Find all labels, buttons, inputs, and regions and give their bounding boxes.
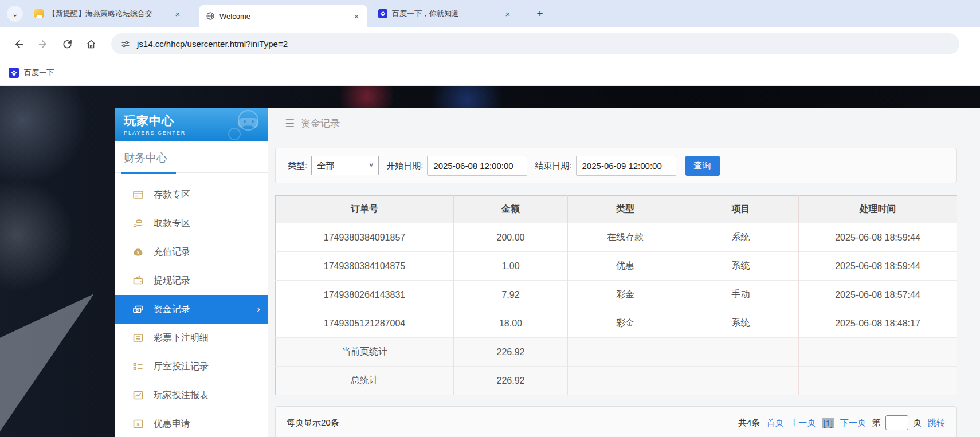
empty-cell [683, 338, 799, 367]
jump-prefix-text: 第 [872, 418, 881, 428]
site-settings-icon[interactable] [120, 39, 131, 49]
end-date-label: 结束日期: [535, 160, 571, 171]
sidebar-item-hall-bet-record[interactable]: 厅室投注记录 [115, 352, 268, 381]
hamburger-icon[interactable]: ☰ [285, 117, 295, 130]
sidebar-item-label: 存款专区 [154, 189, 190, 201]
sidebar-item-recharge-record[interactable]: ¥ 充值记录 [115, 238, 268, 266]
tab-separator [526, 8, 526, 19]
tab-forum[interactable]: 【新提醒】海燕策略论坛综合交 × [28, 0, 189, 27]
list-document-icon [132, 332, 144, 344]
background-triangle [0, 294, 94, 431]
cell-amount: 7.92 [454, 281, 568, 309]
header-amount: 金额 [454, 196, 568, 223]
cell-time: 2025-06-08 18:57:44 [799, 281, 957, 309]
table-row: 1749380264143831 7.92 彩金 手动 2025-06-08 1… [276, 281, 957, 309]
chevron-right-icon: › [257, 304, 260, 315]
start-date-input[interactable] [427, 156, 527, 176]
tab-strip: ⌄ 【新提醒】海燕策略论坛综合交 × Welcome × 百度一下，你就知道 ×… [0, 0, 980, 27]
cell-time: 2025-06-08 18:59:44 [799, 252, 957, 281]
sidebar-item-label: 优惠申请 [154, 418, 190, 430]
tab-welcome[interactable]: Welcome × [199, 5, 367, 27]
forward-button[interactable] [33, 34, 53, 54]
empty-cell [799, 367, 957, 395]
banknotes-icon [132, 304, 144, 315]
tab-baidu[interactable]: 百度一下，你就知道 × [371, 0, 519, 27]
table-row: 1749380384091857 200.00 在线存款 系统 2025-06-… [276, 223, 957, 252]
first-page-link[interactable]: 首页 [766, 418, 783, 428]
cell-type: 优惠 [568, 252, 683, 281]
header-project: 项目 [683, 196, 799, 223]
start-date-label: 开始日期: [386, 160, 423, 171]
summary-amount: 226.92 [454, 367, 568, 395]
yuan-box-icon: ¥ [132, 418, 144, 430]
gamepad-icon [215, 109, 263, 141]
baidu-paw-icon [378, 9, 387, 18]
page-summary-row: 当前页统计 226.92 [276, 338, 957, 367]
cell-time: 2025-06-08 18:48:17 [799, 309, 957, 338]
sidebar-item-withdrawal-record[interactable]: 提现记录 [115, 266, 268, 295]
search-button[interactable]: 查询 [685, 156, 720, 176]
summary-label: 总统计 [276, 367, 454, 395]
summary-amount: 226.92 [454, 338, 568, 367]
per-page-text: 每页显示20条 [287, 418, 339, 428]
address-bar[interactable]: js14.cc/hhcp/usercenter.html?iniType=2 [111, 33, 959, 54]
page-header: ☰ 资金记录 [268, 108, 980, 130]
chevron-down-icon: ˅ [369, 162, 373, 170]
cell-amount: 1.00 [454, 252, 568, 281]
pager: 共4条 首页 上一页 [1] 下一页 第 页 跳转 [738, 415, 945, 430]
type-select[interactable]: 全部 ˅ [311, 156, 379, 175]
sidebar-item-label: 充值记录 [154, 246, 190, 258]
cell-project: 手动 [683, 281, 799, 309]
type-label: 类型: [288, 160, 307, 171]
cell-type: 彩金 [568, 309, 683, 338]
bookmark-baidu[interactable]: 百度一下 [9, 68, 54, 78]
cell-amount: 18.00 [454, 309, 568, 338]
current-page-indicator[interactable]: [1] [822, 418, 834, 428]
url-text: js14.cc/hhcp/usercenter.html?iniType=2 [137, 39, 288, 49]
player-center-sidebar: 玩家中心 PLAYERS CENTER 财务中心 [115, 108, 268, 437]
total-summary-row: 总统计 226.92 [276, 367, 957, 395]
empty-cell [683, 367, 799, 395]
home-button[interactable] [81, 34, 101, 54]
prev-page-link[interactable]: 上一页 [790, 418, 816, 428]
close-icon[interactable]: × [173, 9, 183, 19]
close-icon[interactable]: × [351, 11, 362, 21]
back-button[interactable] [9, 34, 29, 54]
new-tab-button[interactable]: + [532, 6, 548, 22]
sidebar-item-lottery-bet-detail[interactable]: 彩票下注明细 [115, 324, 268, 352]
cell-order-no: 1749305121287004 [276, 309, 454, 338]
funds-record-table: 订单号 金额 类型 项目 处理时间 1749380384091857 200.0… [275, 195, 957, 395]
sidebar-item-label: 资金记录 [154, 304, 190, 316]
forum-favicon-icon [34, 9, 44, 18]
sidebar-item-promo-apply[interactable]: ¥ 优惠申请 [115, 410, 268, 437]
cell-project: 系统 [683, 252, 799, 281]
jump-link[interactable]: 跳转 [928, 418, 945, 428]
end-date-input[interactable] [576, 156, 676, 176]
sidebar-item-deposit[interactable]: 存款专区 [115, 180, 268, 209]
sidebar-item-player-bet-report[interactable]: 玩家投注报表 [115, 381, 268, 410]
table-row: 1749305121287004 18.00 彩金 系统 2025-06-08 … [276, 309, 957, 338]
next-page-link[interactable]: 下一页 [840, 418, 866, 428]
page-number-input[interactable] [885, 415, 908, 430]
sidebar-item-funds-record[interactable]: 资金记录 › [115, 295, 268, 324]
cell-amount: 200.00 [454, 223, 568, 252]
table-row: 1749380384104875 1.00 优惠 系统 2025-06-08 1… [276, 252, 957, 281]
tab-search-button[interactable]: ⌄ [7, 6, 23, 22]
hand-money-icon [132, 218, 144, 229]
header-type: 类型 [568, 196, 683, 223]
close-icon[interactable]: × [503, 9, 513, 19]
cell-order-no: 1749380384091857 [276, 223, 454, 252]
empty-cell [568, 338, 683, 367]
bookmarks-bar: 百度一下 [0, 60, 980, 86]
wallet-icon [132, 275, 144, 286]
jump-suffix-text: 页 [913, 418, 922, 428]
sidebar-item-label: 玩家投注报表 [154, 389, 209, 401]
type-select-value: 全部 [317, 160, 334, 171]
cell-type: 在线存款 [568, 223, 683, 252]
reload-button[interactable] [57, 34, 77, 54]
cell-order-no: 1749380264143831 [276, 281, 454, 309]
sidebar-item-label: 提现记录 [154, 275, 190, 287]
cell-time: 2025-06-08 18:59:44 [799, 223, 957, 252]
main-content: ☰ 资金记录 类型: 全部 ˅ 开始日期: 结束日期: 查询 订单号 金额 类型 [268, 108, 980, 437]
sidebar-item-withdraw[interactable]: 取款专区 [115, 209, 268, 238]
